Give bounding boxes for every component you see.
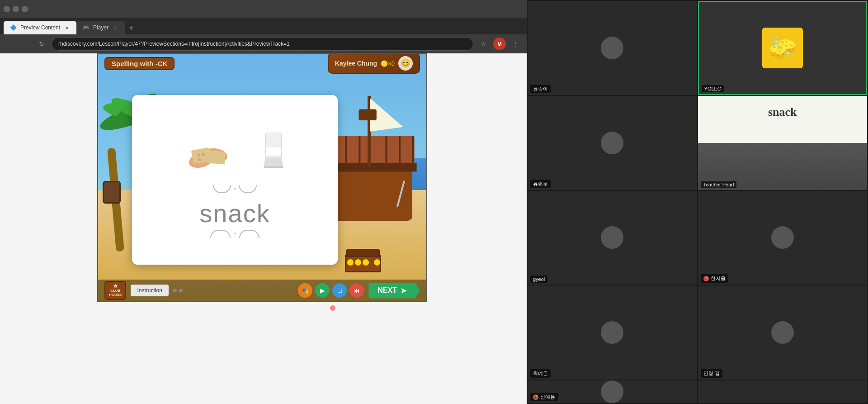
forward-button[interactable]: → (21, 38, 32, 49)
screen-button[interactable]: □ (332, 283, 347, 298)
svg-rect-15 (412, 136, 414, 162)
back-button[interactable]: ← (5, 38, 16, 49)
player-avatar: 😊 (398, 56, 413, 71)
word-card: * snack × (132, 95, 338, 265)
tab-preview-content[interactable]: 🔷 Preview Content ✕ (4, 21, 76, 34)
participant-name-3: 유런문 (533, 181, 548, 187)
svg-rect-25 (266, 134, 281, 147)
maximize-button[interactable] (13, 6, 19, 12)
coin-count: 🟡×0 (381, 60, 395, 67)
browser-window: 🔷 Preview Content ✕ 🎮 Player ✕ + ← → ↻ r… (0, 0, 527, 404)
participant-label-6: 🎤 한지을 (701, 274, 728, 283)
next-arrow-icon: ➤ (401, 286, 406, 295)
new-tab-button[interactable]: + (125, 22, 137, 34)
game-title: Spelling with -CK (104, 57, 175, 70)
svg-rect-28 (264, 166, 283, 168)
tab-close-1[interactable]: ✕ (64, 24, 70, 31)
mic-muted-icon-1: 🎤 (703, 276, 709, 281)
participant-name-1: 윤승아 (533, 86, 548, 92)
house-icon: 🏠 (113, 284, 118, 288)
next-button[interactable]: NEXT ➤ (368, 283, 420, 299)
video-cell-sinyeun: 🎤 신예은 (528, 380, 697, 403)
teacher-video-content: snack (698, 96, 868, 190)
participant-name-7: 최예은 (533, 370, 548, 377)
crackers-image (179, 122, 251, 176)
whiteboard-text: snack (768, 105, 797, 119)
url-text: rhdiscovery.com/Lesson/Player/47?Preview… (58, 41, 290, 47)
next-label: NEXT (377, 286, 397, 295)
svg-rect-6 (330, 136, 414, 162)
video-cell-choiyeun: 최예은 (528, 285, 697, 380)
word-display: snack (199, 199, 270, 228)
spongebob-video: 🧽 (699, 2, 867, 94)
participant-name-6: 한지을 (711, 275, 726, 282)
word-bracket-top: * (213, 185, 256, 193)
video-cell-yurunmun: 유런문 (528, 96, 697, 190)
video-cell-yglec: 🧽 YGLEC (698, 1, 868, 95)
svg-rect-5 (327, 163, 416, 172)
club-house-button[interactable]: 🏠 CLUBHOUSE (104, 281, 126, 300)
tab-label-2: Player (93, 24, 108, 31)
browser-content: 💀 Spelling with -CK Kaylee Chung 🟡×0 😊 (0, 53, 527, 404)
video-sidebar: 윤승아 🧽 YGLEC 유런문 snack Teacher Pear (527, 0, 868, 404)
rewind-button[interactable]: ⏮ (349, 283, 364, 298)
snack-images (179, 122, 292, 176)
bookmark-button[interactable]: ☆ (478, 38, 489, 49)
participant-label-9: 🎤 신예은 (530, 393, 558, 401)
glass-image (255, 122, 292, 176)
participant-label-4: Teacher Pearl (701, 181, 737, 188)
whiteboard: snack (698, 96, 868, 190)
svg-rect-9 (359, 109, 376, 120)
minimize-button[interactable] (4, 6, 10, 12)
game-scene: 💀 Spelling with -CK Kaylee Chung 🟡×0 😊 (98, 54, 426, 301)
participant-placeholder-7 (601, 321, 623, 344)
svg-rect-14 (399, 136, 401, 162)
player-name: Kaylee Chung (335, 60, 377, 67)
participant-label-1: 윤승아 (530, 85, 551, 93)
club-house-label: CLUBHOUSE (109, 289, 122, 297)
title-bar (0, 0, 527, 18)
svg-rect-20 (207, 150, 225, 164)
video-cell-hanjieul: 🎤 한지을 (698, 191, 868, 285)
game-top-bar: Spelling with -CK Kaylee Chung 🟡×0 😊 (98, 54, 426, 72)
barrel (103, 181, 121, 204)
url-field[interactable]: rhdiscovery.com/Lesson/Player/47?Preview… (52, 37, 473, 51)
participant-name-4: Teacher Pearl (703, 182, 734, 187)
participant-placeholder-3 (601, 132, 623, 154)
instruction-tab[interactable]: Instruction (131, 285, 168, 296)
spongebob-avatar: 🧽 (762, 28, 803, 68)
participant-placeholder-6 (771, 226, 794, 249)
tab-bar: 🔷 Preview Content ✕ 🎮 Player ✕ + (0, 18, 527, 34)
video-cell-gyeol: gyeol (528, 191, 697, 285)
refresh-button[interactable]: ↻ (36, 38, 47, 49)
svg-marker-27 (264, 158, 283, 167)
tab-player[interactable]: 🎮 Player ✕ (76, 21, 125, 34)
play-button[interactable]: ▶ (315, 283, 330, 298)
participant-name-9: 신예은 (540, 394, 555, 400)
participant-name-2: YGLEC (704, 86, 721, 91)
video-cell-minkyung: 민경 김 (698, 285, 868, 380)
participant-placeholder-8 (771, 321, 794, 344)
close-button[interactable] (22, 6, 28, 12)
participant-label-2: YGLEC (702, 85, 724, 92)
profile-button[interactable]: M (493, 38, 506, 50)
participant-placeholder-1 (601, 37, 623, 59)
participant-placeholder-9 (601, 380, 623, 403)
svg-rect-13 (386, 136, 387, 162)
tab-favicon-2: 🎮 (83, 24, 90, 31)
video-cell-yunseunga: 윤승아 (528, 1, 697, 95)
participant-placeholder-5 (601, 226, 623, 249)
player-info-bar: Kaylee Chung 🟡×0 😊 (328, 53, 420, 74)
svg-rect-11 (345, 136, 347, 162)
participant-label-8: 민경 김 (701, 369, 722, 378)
control-buttons: 🎭 ▶ □ ⏮ (298, 283, 364, 298)
video-cell-teacher: snack Teacher Pearl (698, 96, 868, 190)
participant-label-7: 최예은 (530, 369, 551, 378)
tab-label-1: Preview Content (20, 24, 60, 31)
record-button[interactable]: 🎭 (298, 283, 312, 298)
progress-dot-1 (173, 289, 177, 292)
address-bar: ← → ↻ rhdiscovery.com/Lesson/Player/47?P… (0, 34, 527, 53)
menu-button[interactable]: ⋮ (510, 38, 521, 49)
word-bracket-bottom: × (210, 230, 259, 238)
tab-close-2[interactable]: ✕ (112, 24, 118, 31)
